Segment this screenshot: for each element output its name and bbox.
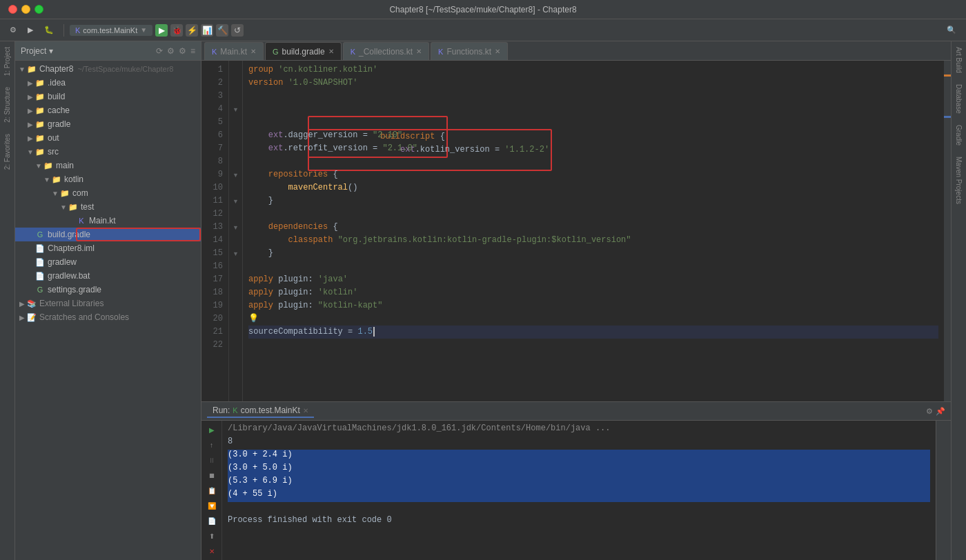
tree-chapter8-iml[interactable]: 📄 Chapter8.iml xyxy=(15,241,201,255)
bulb-icon[interactable]: 💡 xyxy=(248,314,259,323)
project-panel-label[interactable]: 1: Project xyxy=(2,41,12,81)
tab-build-gradle[interactable]: G build.gradle ✕ xyxy=(265,42,342,60)
build-btn[interactable]: 🔨 xyxy=(216,24,228,37)
run-resume-btn[interactable]: 📋 xyxy=(206,484,218,497)
tree-main[interactable]: ▼ 📁 main xyxy=(15,159,201,172)
main-kt-tab-close[interactable]: ✕ xyxy=(250,48,256,55)
fold-9[interactable]: ▼ xyxy=(233,172,239,179)
close-button[interactable] xyxy=(8,5,17,14)
collections-tab-close[interactable]: ✕ xyxy=(416,48,422,55)
tree-scratches[interactable]: ▶ 📝 Scratches and Consoles xyxy=(15,310,201,324)
run-settings-btn[interactable]: ⚙ xyxy=(926,407,933,416)
window-controls[interactable] xyxy=(8,5,43,14)
gi-4[interactable]: ▼ xyxy=(229,103,242,116)
ln-18: 18 xyxy=(201,286,223,299)
functions-tab-close[interactable]: ✕ xyxy=(495,48,500,55)
ln-15: 15 xyxy=(201,247,223,260)
tree-test[interactable]: ▼ 📁 test xyxy=(15,200,201,214)
gi-18 xyxy=(229,286,242,299)
com-arrow: ▼ xyxy=(51,190,59,197)
run-tab-close[interactable]: ✕ xyxy=(303,407,308,414)
run-stop-btn[interactable]: ⏸ xyxy=(206,454,218,466)
run-tab[interactable]: Run: K com.test.MainKt ✕ xyxy=(207,404,314,418)
tree-external-libs[interactable]: ▶ 📚 External Libraries xyxy=(15,297,201,310)
run-filter-btn[interactable]: 🔽 xyxy=(206,499,218,512)
code-line-22 xyxy=(248,339,938,352)
maximize-button[interactable] xyxy=(34,5,43,14)
tree-com[interactable]: ▼ 📁 com xyxy=(15,186,201,200)
rebuild-btn[interactable]: ↺ xyxy=(231,24,244,37)
build-gradle-tab-close[interactable]: ✕ xyxy=(328,48,334,55)
fold-15[interactable]: ▼ xyxy=(233,250,239,257)
run-rerun-btn[interactable]: ↑ xyxy=(206,439,218,451)
sync-icon[interactable]: ⟳ xyxy=(156,46,163,56)
run-pause-btn[interactable]: ⏹ xyxy=(206,469,218,481)
run-action-btn[interactable]: ▶ xyxy=(155,24,168,37)
run-config[interactable]: K com.test.MainKt ▼ xyxy=(70,25,152,36)
debug-action-btn[interactable]: 🐞 xyxy=(170,24,183,37)
code-line-17: apply plugin: 'java' xyxy=(248,273,938,286)
build-gradle-tab-icon: G xyxy=(273,48,279,56)
gi-15[interactable]: ▼ xyxy=(229,247,242,260)
tab-functions-kt[interactable]: K Functions.kt ✕ xyxy=(431,42,508,60)
run-pin-btn[interactable]: 📌 xyxy=(936,407,945,416)
tree-main-kt[interactable]: K Main.kt xyxy=(15,214,201,228)
main-kt-label: Main.kt xyxy=(89,216,116,226)
bottom-tabs: Run: K com.test.MainKt ✕ ⚙ 📌 xyxy=(201,402,951,421)
cog-icon[interactable]: ⚙ xyxy=(167,46,175,56)
run-scroll-btn[interactable]: 📄 xyxy=(206,514,218,527)
tree-settings-gradle[interactable]: G settings.gradle xyxy=(15,283,201,297)
fold-13[interactable]: ▼ xyxy=(233,224,239,231)
gradle-label[interactable]: Gradle xyxy=(954,119,964,151)
code-line-13: dependencies { xyxy=(248,221,938,234)
run-output-blank xyxy=(228,502,930,515)
tree-gradlew[interactable]: 📄 gradlew xyxy=(15,255,201,269)
editor-scrollbar[interactable] xyxy=(944,61,951,401)
tab-main-kt[interactable]: K Main.kt ✕ xyxy=(204,42,264,60)
minimize-button[interactable] xyxy=(21,5,30,14)
run-up-btn[interactable]: ⬆ xyxy=(206,530,218,542)
code-content[interactable]: group 'cn.kotliner.kotlin' version '1.0-… xyxy=(243,61,944,401)
art-build-label[interactable]: Art Build xyxy=(954,41,964,79)
tree-kotlin[interactable]: ▼ 📁 kotlin xyxy=(15,172,201,186)
profile-btn[interactable]: 📊 xyxy=(201,24,213,37)
scratches-label: Scratches and Consoles xyxy=(39,312,129,322)
maven-label[interactable]: Maven Projects xyxy=(954,151,964,210)
tree-idea[interactable]: ▶ 📁 .idea xyxy=(15,76,201,90)
gi-11[interactable]: ▼ xyxy=(229,194,242,208)
code-editor[interactable]: 1 2 3 4 5 6 7 8 9 10 11 12 13 14 15 16 1 xyxy=(201,61,951,401)
favorites-panel-label[interactable]: 2: Favorites xyxy=(2,128,12,175)
coverage-btn[interactable]: ⚡ xyxy=(186,24,198,37)
project-tree: ▼ 📁 Chapter8 ~/TestSpace/muke/Chapter8 ▶… xyxy=(15,61,201,560)
code-line-7: ext.retrofit_version = "2.1.0" xyxy=(248,142,938,155)
tree-build-gradle[interactable]: G build.gradle xyxy=(15,228,201,241)
database-label[interactable]: Database xyxy=(954,79,964,119)
gi-9[interactable]: ▼ xyxy=(229,168,242,181)
tree-gradlew-bat[interactable]: 📄 gradlew.bat xyxy=(15,269,201,283)
tab-collections-kt[interactable]: K _Collections.kt ✕ xyxy=(343,42,429,60)
search-btn[interactable]: 🔍 xyxy=(943,24,960,36)
tree-src[interactable]: ▼ 📁 src xyxy=(15,145,201,159)
tree-gradle-folder[interactable]: ▶ 📁 gradle xyxy=(15,117,201,131)
fold-4[interactable]: ▼ xyxy=(233,106,239,113)
tree-out[interactable]: ▶ 📁 out xyxy=(15,131,201,145)
project-settings-btn[interactable]: ⚙ xyxy=(6,24,21,36)
gear-icon[interactable]: ⚙ xyxy=(179,46,186,56)
run-play-btn[interactable]: ▶ xyxy=(206,423,218,436)
run-close-btn[interactable]: ✕ xyxy=(206,545,218,557)
com-icon: 📁 xyxy=(59,188,70,199)
run-btn[interactable]: ▶ xyxy=(23,24,37,36)
debug-btn[interactable]: 🐛 xyxy=(40,24,58,36)
tree-root[interactable]: ▼ 📁 Chapter8 ~/TestSpace/muke/Chapter8 xyxy=(15,62,201,76)
run-panel-controls[interactable]: ⚙ 📌 xyxy=(926,407,945,416)
gi-12 xyxy=(229,208,242,221)
fold-gutter: ▼ ▼ ▼ ▼ ▼ xyxy=(229,61,243,401)
tree-cache[interactable]: ▶ 📁 cache xyxy=(15,103,201,117)
project-header-icons[interactable]: ⟳ ⚙ ⚙ ≡ xyxy=(156,46,195,56)
fold-11[interactable]: ▼ xyxy=(233,198,239,205)
structure-panel-label[interactable]: 2: Structure xyxy=(2,81,12,128)
collapse-icon[interactable]: ≡ xyxy=(190,46,195,56)
tree-build[interactable]: ▶ 📁 build xyxy=(15,90,201,103)
gi-13[interactable]: ▼ xyxy=(229,221,242,234)
ln-8: 8 xyxy=(201,155,223,168)
